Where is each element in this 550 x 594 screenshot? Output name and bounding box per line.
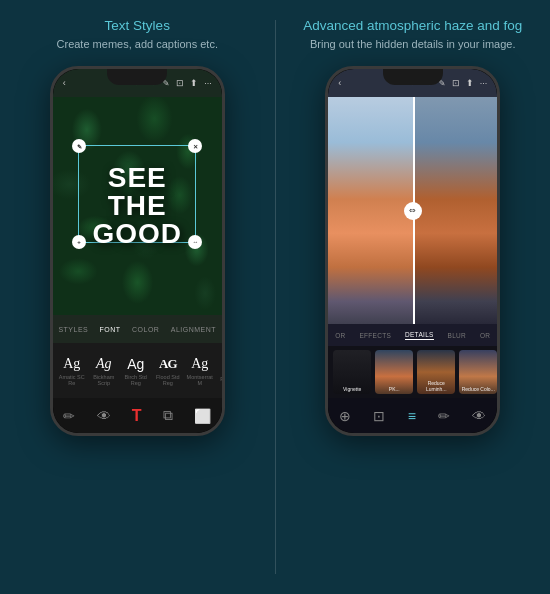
- left-phone: ‹ ↩ ↪ ✎ ⊡ ⬆ ··· ✎ ✕: [50, 66, 225, 436]
- font-preview-3: Ag: [127, 356, 144, 372]
- thumb-reduce-lum[interactable]: Reduce Luminh...: [417, 350, 455, 394]
- thumbnails-strip: Vignette PK... Reduce Luminh... Reduce C…: [328, 346, 497, 398]
- font-item-4[interactable]: AG Flood Std Reg: [154, 356, 182, 386]
- font-strip: Ag Amatic SC Re Ag Bickham Scrip Ag Birc…: [53, 343, 222, 398]
- layers-icon[interactable]: ⧉: [163, 407, 173, 424]
- back-icon[interactable]: ‹: [63, 78, 66, 88]
- thumb-label-3: Reduce Luminh...: [417, 380, 455, 392]
- thumb-vignette[interactable]: Vignette: [333, 350, 371, 394]
- tab-color[interactable]: COLOR: [132, 326, 159, 333]
- tab-blur[interactable]: BLUR: [448, 332, 467, 339]
- right-action-bar: ⊕ ⊡ ≡ ✏ 👁: [328, 398, 497, 433]
- left-bottom-tabs: STYLES FONT COLOR ALIGNMENT: [53, 315, 222, 343]
- share-icon[interactable]: ⬆: [190, 78, 198, 88]
- right-sliders-icon[interactable]: ≡: [408, 408, 416, 424]
- right-phone: ‹ ↩ ↪ ✎ ⊡ ⬆ ··· ⇔: [325, 66, 500, 436]
- resize-handle-icon: ↔: [192, 239, 198, 245]
- right-back-icon[interactable]: ‹: [338, 78, 341, 88]
- text-icon[interactable]: T: [132, 407, 142, 425]
- font-preview-2: Ag: [96, 356, 112, 372]
- font-name-3: Birch Std Reg: [122, 374, 150, 386]
- export-icon[interactable]: ⬜: [194, 408, 211, 424]
- left-action-bar: ✏ 👁 T ⧉ ⬜: [53, 398, 222, 433]
- add-handle-icon: +: [77, 239, 81, 245]
- left-phone-image: ✎ ✕ + ↔ SEE THE GOOD: [53, 97, 222, 315]
- right-bottom-tabs: OR EFFECTS DETAILS BLUR OR: [328, 324, 497, 346]
- right-circle-plus-icon[interactable]: ⊕: [339, 408, 351, 424]
- right-phone-image: ⇔: [328, 97, 497, 324]
- tab-styles[interactable]: STYLES: [58, 326, 88, 333]
- right-more-icon[interactable]: ···: [480, 78, 488, 88]
- split-handle-icon: ⇔: [409, 206, 416, 215]
- thumb-label-1: Vignette: [333, 386, 371, 392]
- phone-notch: [107, 69, 167, 85]
- left-panel-subtitle: Create memes, add captions etc.: [47, 37, 228, 52]
- font-item-1[interactable]: Ag Amatic SC Re: [58, 356, 86, 386]
- font-name-5: Montserrat M: [186, 374, 214, 386]
- right-panel: Advanced atmospheric haze and fog Bring …: [276, 0, 551, 594]
- frame-icon[interactable]: ⊡: [176, 78, 184, 88]
- font-preview-4: AG: [159, 356, 177, 372]
- font-name-6: Prestige I: [220, 376, 222, 382]
- tab-effects[interactable]: EFFECTS: [359, 332, 391, 339]
- thumb-label-2: PK...: [375, 386, 413, 392]
- after-half: [413, 97, 498, 324]
- font-preview-5: Ag: [191, 356, 208, 372]
- overlay-text: SEE THE GOOD: [92, 164, 182, 248]
- tab-or-left[interactable]: OR: [335, 332, 345, 339]
- right-panel-subtitle: Bring out the hidden details in your ima…: [300, 37, 525, 52]
- font-name-2: Bickham Scrip: [90, 374, 118, 386]
- right-phone-screen: ‹ ↩ ↪ ✎ ⊡ ⬆ ··· ⇔: [328, 69, 497, 433]
- right-frame-icon[interactable]: ⊡: [452, 78, 460, 88]
- font-preview-1: Ag: [63, 356, 80, 372]
- close-handle-icon: ✕: [193, 143, 198, 150]
- before-half: [328, 97, 413, 324]
- draw-icon[interactable]: ✏: [63, 408, 75, 424]
- left-panel-title: Text Styles: [105, 18, 170, 33]
- right-eye-icon[interactable]: 👁: [472, 408, 486, 424]
- tab-details[interactable]: DETAILS: [405, 331, 434, 340]
- handle-top-left[interactable]: ✎: [72, 139, 86, 153]
- split-handle[interactable]: ⇔: [404, 202, 422, 220]
- right-pencil-icon[interactable]: ✏: [438, 408, 450, 424]
- font-item-5[interactable]: Ag Montserrat M: [186, 356, 214, 386]
- thumb-label-4: Reduce Colo...: [459, 386, 497, 392]
- tab-alignment[interactable]: ALIGNMENT: [171, 326, 216, 333]
- thumb-pk[interactable]: PK...: [375, 350, 413, 394]
- font-name-1: Amatic SC Re: [58, 374, 86, 386]
- right-phone-notch: [383, 69, 443, 85]
- font-item-2[interactable]: Ag Bickham Scrip: [90, 356, 118, 386]
- tab-font[interactable]: FONT: [100, 326, 121, 333]
- right-panel-title: Advanced atmospheric haze and fog: [303, 18, 522, 33]
- edit-handle-icon: ✎: [77, 143, 82, 150]
- left-phone-screen: ‹ ↩ ↪ ✎ ⊡ ⬆ ··· ✎ ✕: [53, 69, 222, 433]
- font-item-3[interactable]: Ag Birch Std Reg: [122, 356, 150, 386]
- more-icon[interactable]: ···: [204, 78, 212, 88]
- right-share-icon[interactable]: ⬆: [466, 78, 474, 88]
- thumb-reduce-col[interactable]: Reduce Colo...: [459, 350, 497, 394]
- eye-icon[interactable]: 👁: [97, 408, 111, 424]
- right-crop-icon[interactable]: ⊡: [373, 408, 385, 424]
- font-item-6[interactable]: Aε Prestige I: [218, 359, 222, 382]
- font-name-4: Flood Std Reg: [154, 374, 182, 386]
- tab-or-right[interactable]: OR: [480, 332, 490, 339]
- left-panel: Text Styles Create memes, add captions e…: [0, 0, 275, 594]
